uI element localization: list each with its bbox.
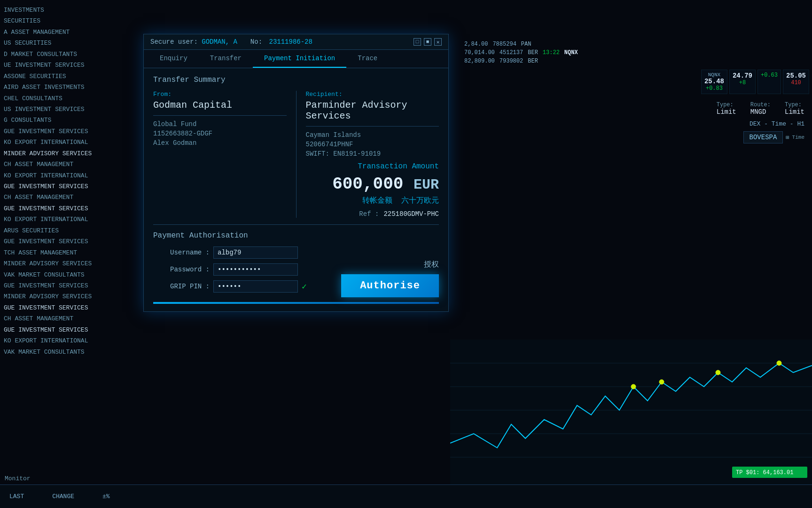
bovespa-control[interactable]: BOVESPA ⊞ Time [462, 131, 809, 143]
list-item: INVESTMENTS [0, 5, 146, 16]
from-value: Godman Capital [153, 100, 287, 111]
list-item: GUE INVESTMENT SERVICES [0, 181, 146, 192]
recipient-column: Recipient: Parminder Advisory Services C… [297, 91, 439, 218]
type-route-bar: Type: Limit Route: MNGD Type: Limit [462, 102, 809, 116]
checkmark-icon: ✓ [302, 281, 307, 292]
tab-transfer[interactable]: Transfer [199, 50, 253, 68]
recipient-swift: SWIFT: EN8191-91019 [306, 150, 439, 158]
modal-dialog: Secure user: GODMAN, A No: 23111986-28 □… [143, 34, 449, 312]
price-chart: TP $01: 64,163.01 [450, 340, 812, 485]
svg-rect-0 [450, 340, 812, 485]
table-cell: PAN [519, 40, 533, 48]
bovespa-selector[interactable]: BOVESPA [743, 131, 783, 143]
from-sub2: 1152663882-GDGF [153, 130, 287, 137]
list-item: CHEL CONSULTANTS [0, 93, 146, 104]
tab-trace[interactable]: Trace [346, 50, 389, 68]
password-label: Password : [153, 266, 210, 273]
password-input[interactable] [213, 263, 298, 276]
ticker-item: 25.05 410 [783, 70, 809, 94]
dex-label: DEX - Time - H1 [462, 120, 809, 127]
monitor-label: Monitor [5, 475, 31, 482]
list-item: SECURITIES [0, 16, 146, 26]
grip-pin-input[interactable] [213, 280, 298, 293]
modal-titlebar: Secure user: GODMAN, A No: 23111986-28 □… [144, 34, 448, 50]
maximize-button[interactable]: ■ [424, 38, 431, 46]
ticker-change: +0.63 [761, 72, 778, 79]
list-item: KO EXPORT INTERNATIONAL [0, 170, 146, 181]
list-item: GUE INVESTMENT SERVICES [0, 203, 146, 214]
list-item: MINDER ADVISORY SERVICES [0, 148, 146, 159]
recipient-country: Cayman Islands [306, 131, 439, 139]
ticker-name: NQNX [704, 72, 724, 78]
svg-point-9 [777, 361, 781, 365]
table-cell: NQNX [562, 49, 580, 56]
left-panel: INVESTMENTS SECURITIES A ASSET MANAGEMEN… [0, 0, 146, 508]
list-item: VAK MARKET CONSULTANTS [0, 270, 146, 280]
recipient-value: Parminder Advisory Services [306, 100, 439, 121]
table-cell: BER [526, 57, 540, 65]
transfer-columns: From: Godman Capital Global Fund 1152663… [153, 91, 439, 218]
table-cell: BER [526, 49, 540, 56]
list-item: US INVESTMENT SERVICES [0, 104, 146, 115]
ticker-price: 25.05 [786, 72, 806, 79]
ticker-change: 410 [786, 79, 806, 86]
auth-right: 授权 Authorise [321, 260, 439, 297]
table-row: 82,809.00 7939802 BER [462, 57, 809, 65]
list-item: GUE INVESTMENT SERVICES [0, 126, 146, 137]
ticker-item: 24.79 +8 [729, 70, 756, 94]
from-sub3: Alex Godman [153, 139, 287, 147]
secure-user-label: Secure user: GODMAN, A [150, 38, 237, 46]
account-no-label: No: 23111986-28 [250, 38, 312, 46]
type-section: Type: Limit [717, 102, 736, 116]
grip-pin-field: GRIP PIN : ✓ [153, 280, 307, 293]
list-item: KO EXPORT INTERNATIONAL [0, 335, 146, 346]
list-item: GUE INVESTMENT SERVICES [0, 236, 146, 247]
list-item: KO EXPORT INTERNATIONAL [0, 137, 146, 148]
auth-layout: Username : Password : GRIP PIN : ✓ 授权 Au… [153, 246, 439, 297]
ticker-price: 24.79 [733, 72, 752, 79]
list-item: AIRD ASSET INVESTMENTS [0, 82, 146, 93]
username-field: Username : [153, 246, 307, 259]
username-input[interactable] [213, 246, 298, 259]
list-item: ASSONE SECURITIES [0, 71, 146, 82]
bottom-bar-change: CHANGE [52, 493, 74, 500]
close-button[interactable]: ✕ [434, 38, 442, 46]
ticker-change: +8 [733, 79, 752, 86]
tab-enquiry[interactable]: Enquiry [148, 50, 199, 68]
table-cell: 7939802 [498, 57, 525, 65]
modal-body: Transfer Summary From: Godman Capital Gl… [144, 68, 448, 311]
authorise-button[interactable]: Authorise [341, 274, 439, 297]
list-item: A ASSET MANAGEMENT [0, 27, 146, 38]
svg-point-7 [659, 380, 664, 384]
minimize-button[interactable]: □ [414, 38, 421, 46]
progress-bar [153, 302, 439, 304]
table-row: 2,84.00 7885294 PAN [462, 40, 809, 48]
bottom-bar-last: LAST [9, 493, 24, 500]
type2-value: Limit [785, 108, 804, 116]
tab-payment-initiation[interactable]: Payment Initiation [253, 50, 346, 68]
ticker-item: +0.63 [757, 70, 781, 94]
window-controls[interactable]: □ ■ ✕ [414, 38, 442, 46]
from-sub1: Global Fund [153, 120, 287, 128]
list-item: GUE INVESTMENT SERVICES [0, 302, 146, 313]
ref-row: Ref : 225180GDMV-PHC [306, 210, 439, 218]
transaction-amount: 600,000 EUR [306, 175, 439, 194]
transaction-section: Transaction Amount 600,000 EUR 转帐金额 六十万欧… [306, 162, 439, 218]
time-label: Time [792, 135, 804, 140]
list-item: CH ASSET MANAGEMENT [0, 159, 146, 170]
password-field: Password : [153, 263, 307, 276]
ticker-price: 25.48 [704, 78, 724, 85]
ticker-change: +0.83 [704, 85, 724, 92]
table-cell: 13:22 [541, 49, 562, 56]
username-label: Username : [153, 249, 210, 256]
from-label: From: [153, 91, 287, 98]
list-item: UE INVESTMENT SERVICES [0, 60, 146, 71]
table-row: 70,014.00 4512137 BER 13:22 NQNX [462, 49, 809, 56]
recipient-label: Recipient: [306, 91, 439, 98]
bovespa-icon[interactable]: ⊞ [786, 134, 789, 141]
route-section: Route: MNGD [750, 102, 771, 116]
list-item: CH ASSET MANAGEMENT [0, 192, 146, 203]
ref-value: 225180GDMV-PHC [383, 210, 439, 218]
table-cell: 2,84.00 [462, 40, 490, 48]
route-value: MNGD [750, 108, 771, 116]
